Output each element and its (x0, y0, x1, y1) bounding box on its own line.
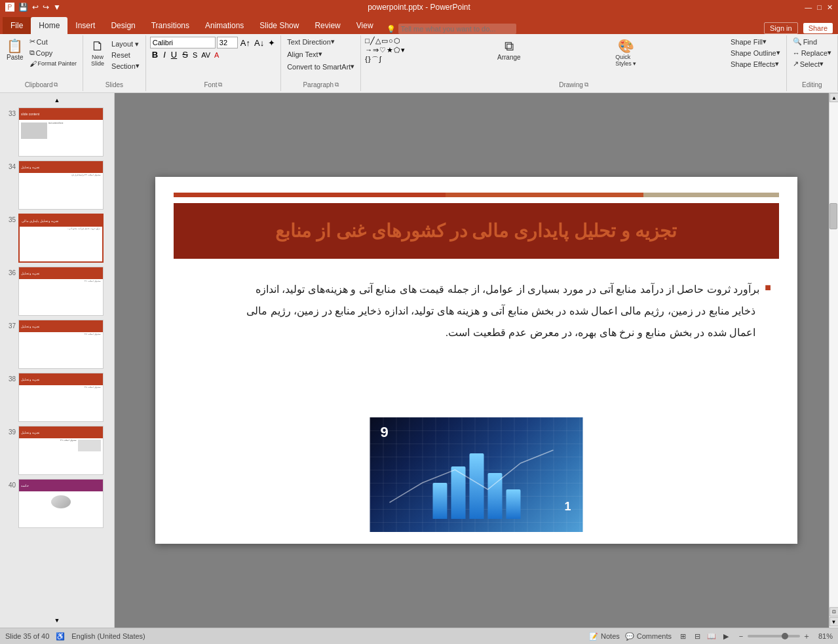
font-color-button[interactable]: A (213, 51, 220, 59)
quick-styles-button[interactable]: 🎨 QuickStyles ▾ (613, 37, 639, 68)
clipboard-expand-icon[interactable]: ⧉ (54, 81, 58, 88)
paste-button[interactable]: 📋 Paste (4, 37, 26, 62)
shape-tri[interactable]: △ (375, 37, 381, 45)
reading-view-button[interactable]: 📖 (706, 630, 717, 642)
char-spacing-button[interactable]: AV (200, 51, 212, 59)
scroll-thumb[interactable] (829, 203, 837, 229)
quick-access-undo[interactable]: ↩ (32, 3, 39, 12)
tab-design[interactable]: Design (103, 17, 143, 34)
quick-access-more[interactable]: ▼ (53, 3, 61, 12)
font-expand-icon[interactable]: ⧉ (218, 81, 222, 88)
slide-thumb-37[interactable]: 37 تجزیه و تحلیل محتوای اسلاید ۳۷ (3, 318, 111, 370)
font-name-selector[interactable]: Calibri (150, 37, 216, 48)
shape-more-icon[interactable]: ▾ (401, 46, 405, 54)
scroll-up-button[interactable]: ▲ (829, 93, 838, 102)
format-painter-button[interactable]: 🖌 Format Painter (28, 59, 79, 68)
tab-slideshow[interactable]: Slide Show (252, 17, 307, 34)
find-button[interactable]: 🔍 Find (791, 37, 819, 47)
shape-arrow[interactable]: → (365, 46, 372, 54)
minimize-button[interactable]: — (805, 3, 812, 11)
paragraph-expand-icon[interactable]: ⧉ (335, 81, 339, 88)
shape-ellipse[interactable]: ○ (389, 37, 393, 45)
share-button[interactable]: Share (803, 23, 833, 33)
reset-button[interactable]: Reset (109, 50, 142, 60)
slide-canvas[interactable]: تجزیه و تحلیل پایداری مالی در کشورهای غن… (155, 177, 797, 544)
window-controls[interactable]: — □ ✕ (805, 3, 833, 12)
shape-star[interactable]: ★ (387, 46, 393, 54)
arrange-button[interactable]: ⧉ Arrange (495, 37, 524, 62)
section-button[interactable]: Section ▾ (109, 61, 142, 71)
scroll-fit-button[interactable]: ⊡ (829, 607, 839, 616)
cut-button[interactable]: ✂ Cut (28, 37, 79, 47)
slide-thumb-38[interactable]: 38 تجزیه و تحلیل محتوای اسلاید ۳۸ (3, 371, 111, 423)
tab-view[interactable]: View (349, 17, 381, 34)
clipboard-group: 📋 Paste ✂ Cut ⧉ Copy 🖌 Format Painter Cl… (0, 35, 83, 91)
layout-button[interactable]: Layout ▾ (109, 39, 142, 49)
slide-thumb-40[interactable]: 40 خاتمه (3, 478, 111, 529)
tab-file[interactable]: File (3, 17, 31, 34)
increase-font-button[interactable]: A↑ (239, 38, 252, 48)
sign-in-button[interactable]: Sign in (764, 22, 798, 34)
title-bar-left: 🅿 💾 ↩ ↪ ▼ (5, 2, 61, 12)
select-button[interactable]: ↗ Select ▾ (791, 59, 826, 69)
underline-button[interactable]: U (169, 50, 179, 60)
accessibility-icon[interactable]: ♿ (56, 632, 65, 641)
shape-effects-button[interactable]: Shape Effects ▾ (729, 59, 782, 69)
tab-review[interactable]: Review (307, 17, 348, 34)
slide-thumb-36[interactable]: 36 تجزیه و تحلیل محتوای اسلاید ۳۶ (3, 265, 111, 317)
panel-scroll-down[interactable]: ▼ (3, 616, 111, 625)
shape-brace1[interactable]: { (365, 55, 368, 65)
zoom-slider[interactable] (748, 635, 800, 637)
notes-button[interactable]: 📝 Notes (589, 632, 620, 641)
slide-sorter-button[interactable]: ⊟ (691, 630, 703, 642)
shape-brace2[interactable]: } (368, 55, 371, 65)
bold-button[interactable]: B (150, 50, 160, 60)
scroll-down-button[interactable]: ▼ (829, 617, 839, 626)
strikethrough-button[interactable]: S (180, 50, 190, 60)
zoom-level[interactable]: 81% (813, 632, 833, 640)
slide-thumb-35[interactable]: 35 تجزیه و تحلیل پایداری مالی برآورد ثرو… (3, 212, 111, 264)
close-button[interactable]: ✕ (827, 3, 833, 12)
panel-scroll-up[interactable]: ▲ (3, 96, 111, 105)
scroll-track (829, 102, 838, 606)
copy-button[interactable]: ⧉ Copy (28, 48, 79, 58)
align-text-button[interactable]: Align Text ▾ (285, 49, 324, 59)
font-size-selector[interactable]: 32 (217, 37, 238, 48)
shape-outline-button[interactable]: Shape Outline ▾ (729, 48, 782, 58)
decrease-font-button[interactable]: A↓ (253, 38, 265, 48)
tab-insert[interactable]: Insert (67, 17, 103, 34)
slide-thumb-39[interactable]: 39 تجزیه و تحلیل محتوای اسلاید ۳۹ (3, 425, 111, 476)
tab-transitions[interactable]: Transitions (143, 17, 197, 34)
clear-format-button[interactable]: ✦ (267, 38, 276, 48)
shape-chevron[interactable]: ⬡ (394, 37, 400, 45)
drawing-expand-icon[interactable]: ⧉ (584, 81, 588, 88)
slide-thumb-34[interactable]: 34 تجزیه و تحلیل محتوای اسلاید ۳۴ در این… (3, 159, 111, 211)
convert-smartart-button[interactable]: Convert to SmartArt ▾ (285, 62, 356, 71)
shape-misc2[interactable]: ∫ (379, 55, 381, 65)
normal-view-button[interactable]: ⊞ (677, 630, 689, 642)
zoom-out-button[interactable]: － (737, 631, 745, 642)
italic-button[interactable]: I (161, 50, 168, 60)
slide-thumb-33[interactable]: 33 slide content text content here (3, 106, 111, 158)
shape-rrect[interactable]: ▭ (381, 37, 388, 45)
slideshow-button[interactable]: ▶ (720, 630, 732, 642)
shape-fill-button[interactable]: Shape Fill ▾ (729, 37, 782, 47)
quick-access-save[interactable]: 💾 (18, 3, 28, 12)
quick-access-redo[interactable]: ↪ (43, 3, 49, 12)
new-slide-button[interactable]: 🗋 NewSlide (87, 37, 108, 68)
text-direction-button[interactable]: Text Direction ▾ (285, 37, 337, 47)
tab-animations[interactable]: Animations (197, 17, 252, 34)
shape-line[interactable]: ╱ (370, 37, 375, 45)
shape-barrow[interactable]: ⇒ (373, 46, 379, 54)
tab-home[interactable]: Home (31, 17, 67, 34)
maximize-button[interactable]: □ (817, 3, 822, 11)
shape-rect[interactable]: □ (365, 37, 370, 45)
zoom-in-button[interactable]: ＋ (803, 631, 810, 642)
shape-pentagon[interactable]: ⬠ (394, 46, 400, 54)
shape-heart[interactable]: ♡ (379, 46, 386, 54)
comments-button[interactable]: 💬 Comments (625, 632, 672, 641)
shape-misc1[interactable]: ⌒ (371, 55, 379, 65)
tell-me-input[interactable] (398, 24, 516, 34)
replace-button[interactable]: ↔ Replace ▾ (791, 48, 833, 58)
shadow-button[interactable]: S (191, 51, 199, 59)
